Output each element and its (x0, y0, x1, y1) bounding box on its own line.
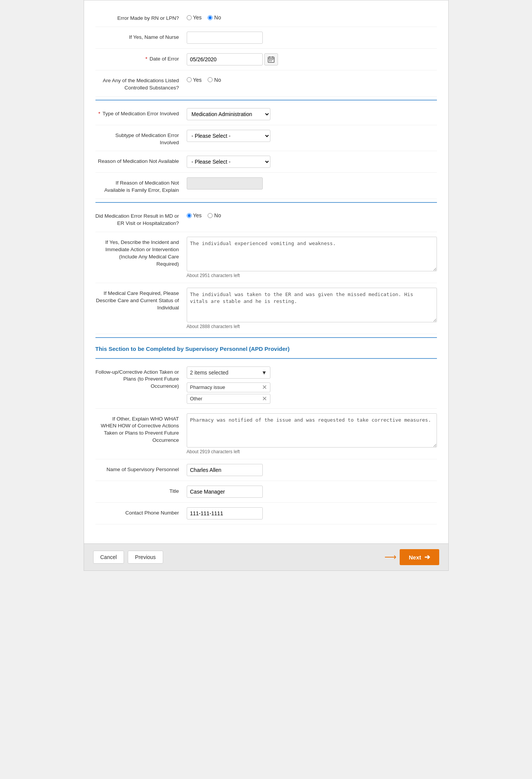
other-explain-chars-left: About 2919 characters left (187, 449, 437, 454)
md-er-visit-label: Did Medication Error Result in MD or ER … (95, 210, 187, 227)
next-wrapper: ⟶ Next ➔ (384, 549, 439, 565)
next-button[interactable]: Next ➔ (400, 549, 439, 565)
footer-left-buttons: Cancel Previous (93, 551, 163, 564)
tag-other-remove[interactable]: ✕ (262, 396, 267, 402)
tag-pharmacy-issue-label: Pharmacy issue (190, 384, 225, 390)
followup-action-wrapper: 2 items selected ▼ Pharmacy issue ✕ Othe… (187, 366, 437, 404)
controlled-substances-label: Are Any of the Medications Listed Contro… (95, 75, 187, 92)
controlled-no-radio[interactable] (208, 77, 213, 82)
controlled-yes-label: Yes (193, 77, 202, 83)
followup-selected-count: 2 items selected (190, 370, 229, 376)
family-error-input (187, 177, 263, 190)
divider-4 (95, 358, 437, 359)
error-by-rn-no-label: No (214, 14, 221, 21)
md-er-no-radio[interactable] (208, 213, 213, 218)
svg-rect-7 (269, 61, 270, 61)
error-by-rn-no-option[interactable]: No (208, 14, 221, 21)
subtype-of-error-select[interactable]: - Please Select - (187, 130, 270, 142)
md-er-yes-radio[interactable] (187, 213, 192, 218)
svg-rect-5 (271, 59, 272, 60)
arrow-decoration: ⟶ (384, 552, 395, 562)
type-of-error-label: * Type of Medication Error Involved (95, 108, 187, 118)
divider-3 (95, 337, 437, 338)
svg-rect-8 (271, 61, 272, 61)
supervisory-section-header: This Section to be Completed by Supervis… (95, 341, 437, 355)
medical-care-textarea[interactable]: The individual was taken to the ER and w… (187, 288, 437, 322)
required-star-2: * (98, 111, 100, 116)
md-er-no-label: No (214, 212, 221, 218)
divider-1 (95, 100, 437, 100)
required-star: * (145, 56, 147, 62)
controlled-substances-radio-group: Yes No (187, 75, 437, 83)
controlled-yes-option[interactable]: Yes (187, 77, 202, 83)
title-label: Title (95, 486, 187, 495)
md-er-no-option[interactable]: No (208, 212, 221, 218)
type-of-error-select[interactable]: Medication Administration (187, 108, 270, 120)
svg-rect-4 (269, 59, 270, 60)
followup-dropdown-arrow: ▼ (262, 370, 267, 376)
incident-chars-left: About 2951 characters left (187, 273, 437, 278)
selected-tags-container: Pharmacy issue ✕ Other ✕ (187, 382, 437, 404)
subtype-of-error-label: Subtype of Medication Error Involved (95, 130, 187, 147)
reason-not-available-label: Reason of Medication Not Available (95, 156, 187, 165)
footer-bar: Cancel Previous ⟶ Next ➔ (84, 543, 448, 570)
followup-action-label: Follow-up/Corrective Action Taken or Pla… (95, 366, 187, 390)
tag-other: Other ✕ (187, 394, 270, 404)
controlled-no-option[interactable]: No (208, 77, 221, 83)
cancel-button[interactable]: Cancel (93, 551, 124, 564)
supervisory-name-label: Name of Supervisory Personnel (95, 464, 187, 473)
error-by-rn-radio-group: Yes No (187, 13, 437, 21)
nurse-name-input[interactable] (187, 32, 263, 44)
md-er-yes-option[interactable]: Yes (187, 212, 202, 218)
md-er-visit-radio-group: Yes No (187, 210, 437, 218)
tag-other-label: Other (190, 396, 203, 401)
family-error-label: If Reason of Medication Not Available is… (95, 177, 187, 194)
phone-label: Contact Phone Number (95, 507, 187, 517)
next-arrow-icon: ➔ (424, 553, 430, 561)
nurse-name-label: If Yes, Name of Nurse (95, 32, 187, 41)
date-of-error-label: * Date of Error (95, 53, 187, 63)
controlled-no-label: No (214, 77, 221, 83)
error-by-rn-yes-radio[interactable] (187, 15, 192, 20)
error-by-rn-yes-option[interactable]: Yes (187, 14, 202, 21)
title-input[interactable] (187, 486, 263, 498)
calendar-icon (268, 56, 275, 63)
medical-care-chars-left: About 2888 characters left (187, 324, 437, 329)
phone-input[interactable] (187, 507, 263, 519)
error-by-rn-yes-label: Yes (193, 14, 202, 21)
previous-button[interactable]: Previous (128, 551, 163, 564)
other-explain-textarea[interactable]: Pharmacy was notified of the issue and w… (187, 413, 437, 448)
date-wrapper (187, 53, 437, 65)
date-of-error-input[interactable] (187, 53, 263, 65)
error-by-rn-no-radio[interactable] (208, 15, 213, 20)
next-label: Next (409, 554, 421, 561)
reason-not-available-select[interactable]: - Please Select - (187, 156, 270, 168)
incident-description-label: If Yes, Describe the Incident and Immedi… (95, 237, 187, 268)
svg-rect-6 (272, 59, 273, 60)
other-explain-label: If Other, Explain WHO WHAT WHEN HOW of C… (95, 413, 187, 444)
calendar-button[interactable] (264, 53, 278, 65)
controlled-yes-radio[interactable] (187, 77, 192, 82)
divider-2 (95, 202, 437, 203)
incident-description-textarea[interactable]: The individual experienced vomiting and … (187, 237, 437, 271)
error-by-rn-label: Error Made by RN or LPN? (95, 13, 187, 22)
followup-action-dropdown[interactable]: 2 items selected ▼ (187, 366, 270, 379)
medical-care-label: If Medical Care Required, Please Describ… (95, 288, 187, 312)
supervisory-name-input[interactable] (187, 464, 263, 476)
tag-pharmacy-issue-remove[interactable]: ✕ (262, 384, 267, 390)
tag-pharmacy-issue: Pharmacy issue ✕ (187, 382, 270, 392)
md-er-yes-label: Yes (193, 212, 202, 218)
